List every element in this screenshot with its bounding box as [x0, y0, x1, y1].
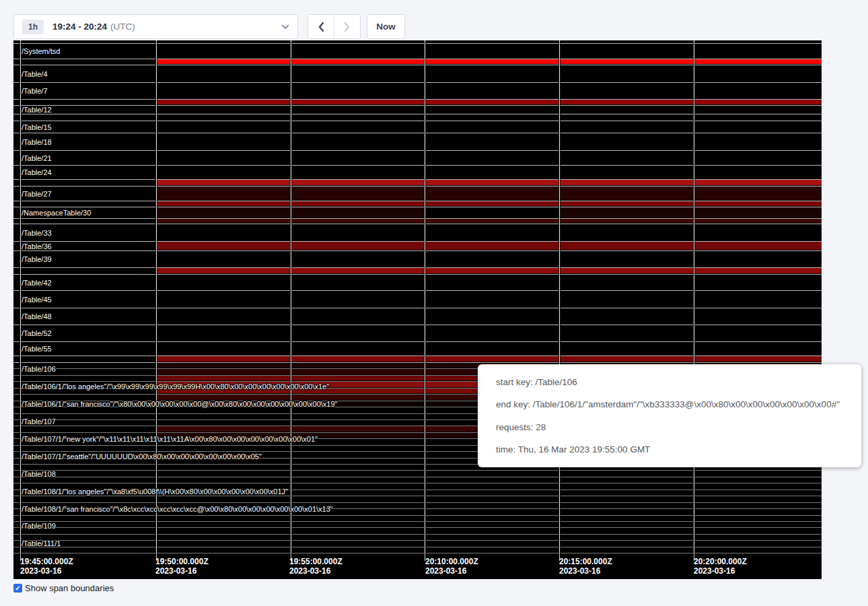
- heat-cell[interactable]: [559, 207, 694, 217]
- heat-cell[interactable]: [694, 187, 822, 200]
- heat-cell[interactable]: [425, 356, 559, 362]
- heat-cell[interactable]: [425, 180, 559, 185]
- key-span-row[interactable]: [13, 356, 822, 363]
- span-label: /Table/108/1/"san francisco"/"\x8c\xcc\x…: [22, 505, 333, 513]
- key-span-row[interactable]: [13, 516, 822, 522]
- time-range-selector[interactable]: 1h 19:24 - 20:24 (UTC): [13, 14, 298, 39]
- key-span-row[interactable]: [13, 114, 822, 121]
- heat-cell[interactable]: [425, 100, 559, 104]
- heat-cell[interactable]: [694, 356, 822, 362]
- heat-cell[interactable]: [291, 100, 425, 104]
- key-span-row[interactable]: /Table/7: [13, 83, 822, 100]
- heat-cell[interactable]: [156, 219, 291, 223]
- key-span-row[interactable]: [13, 522, 822, 528]
- heat-cell[interactable]: [559, 219, 694, 223]
- heat-cell[interactable]: [291, 242, 425, 250]
- axis-time: 19:45:00.000Z: [20, 557, 73, 566]
- key-span-row[interactable]: /Table/42: [13, 275, 822, 291]
- key-span-row[interactable]: /Table/24: [13, 166, 822, 180]
- heat-cell[interactable]: [559, 356, 694, 362]
- column-boundary-line: [290, 40, 292, 553]
- heat-cell[interactable]: [694, 242, 822, 250]
- key-span-row[interactable]: /System/tsd: [13, 44, 822, 59]
- heat-cell[interactable]: [694, 207, 822, 217]
- heat-cell[interactable]: [291, 219, 425, 223]
- key-span-row[interactable]: /Table/18: [13, 133, 822, 151]
- heat-cell[interactable]: [156, 356, 291, 362]
- axis-tick: [425, 553, 425, 561]
- heat-cell[interactable]: [694, 201, 822, 206]
- heat-cell[interactable]: [291, 59, 425, 64]
- heat-cell[interactable]: [156, 180, 291, 185]
- heat-cell[interactable]: [156, 100, 291, 104]
- show-span-boundaries-toggle[interactable]: ✓ Show span boundaries: [13, 583, 114, 593]
- heat-cell[interactable]: [156, 59, 291, 64]
- key-span-row[interactable]: [13, 541, 822, 547]
- key-span-row[interactable]: [13, 201, 822, 207]
- span-label: /Table/48: [22, 312, 52, 321]
- key-span-row[interactable]: /Table/15: [13, 121, 822, 133]
- heat-cell[interactable]: [291, 187, 425, 200]
- key-span-row[interactable]: /Table/48: [13, 308, 822, 325]
- heat-cell[interactable]: [694, 59, 822, 64]
- heat-cell[interactable]: [694, 100, 822, 104]
- heat-cell[interactable]: [425, 201, 559, 206]
- heat-cell[interactable]: [291, 180, 425, 185]
- heat-cell[interactable]: [694, 180, 822, 185]
- heat-cell[interactable]: [559, 242, 694, 250]
- key-span-row[interactable]: /Table/4: [13, 65, 822, 83]
- heat-cell[interactable]: [694, 219, 822, 223]
- key-span-row[interactable]: /Table/21: [13, 151, 822, 166]
- key-span-row[interactable]: /Table/36: [13, 242, 822, 251]
- key-span-row[interactable]: /Table/55: [13, 342, 822, 356]
- key-span-row[interactable]: [13, 535, 822, 541]
- key-span-row[interactable]: [13, 496, 822, 502]
- heat-cell[interactable]: [425, 187, 559, 200]
- heat-cell[interactable]: [559, 100, 694, 104]
- key-span-row[interactable]: /Table/27: [13, 187, 822, 201]
- key-span-row[interactable]: [13, 59, 822, 65]
- heat-cell[interactable]: [559, 187, 694, 200]
- key-span-row[interactable]: /Table/33: [13, 224, 822, 242]
- heat-cell[interactable]: [156, 268, 291, 273]
- key-span-row[interactable]: [13, 100, 822, 106]
- next-time-button[interactable]: [334, 15, 360, 38]
- key-visualizer-canvas[interactable]: /System/tsd/Table/4/Table/7/Table/12/Tab…: [13, 40, 822, 579]
- heat-cell[interactable]: [291, 201, 425, 206]
- heat-cell[interactable]: [559, 268, 694, 273]
- heat-cell[interactable]: [559, 59, 694, 64]
- heat-cell[interactable]: [425, 268, 559, 273]
- checkbox-checked-icon[interactable]: ✓: [13, 584, 22, 593]
- span-rows[interactable]: /System/tsd/Table/4/Table/7/Table/12/Tab…: [13, 40, 822, 363]
- key-span-row[interactable]: /Table/12: [13, 106, 822, 114]
- key-span-row[interactable]: [13, 477, 822, 483]
- heat-cell[interactable]: [156, 201, 291, 206]
- heat-cell[interactable]: [425, 242, 559, 250]
- key-span-row[interactable]: [13, 547, 822, 553]
- heat-cell[interactable]: [694, 268, 822, 273]
- heat-cell[interactable]: [425, 59, 559, 64]
- key-span-row[interactable]: [13, 180, 822, 187]
- key-visualizer-page: { "toolbar": { "range_badge": "1h", "ran…: [0, 0, 868, 606]
- key-span-row[interactable]: [13, 219, 822, 224]
- key-span-row[interactable]: [13, 268, 822, 275]
- key-span-row[interactable]: /NamespaceTable/30: [13, 207, 822, 219]
- heat-cell[interactable]: [291, 268, 425, 273]
- heat-cell[interactable]: [156, 242, 291, 250]
- heat-cell[interactable]: [559, 201, 694, 206]
- span-label: /NamespaceTable/30: [22, 209, 91, 217]
- prev-time-button[interactable]: [308, 15, 334, 38]
- key-span-row[interactable]: /Table/45: [13, 291, 822, 308]
- heat-cell[interactable]: [425, 219, 559, 223]
- heat-cell[interactable]: [291, 207, 425, 217]
- key-span-row[interactable]: /Table/52: [13, 325, 822, 342]
- key-span-row[interactable]: /Table/39: [13, 251, 822, 268]
- range-label: 19:24 - 20:24: [52, 22, 107, 32]
- heat-cell[interactable]: [291, 356, 425, 362]
- key-span-row[interactable]: [13, 528, 822, 534]
- heat-cell[interactable]: [156, 187, 291, 200]
- heat-cell[interactable]: [559, 180, 694, 185]
- now-button[interactable]: Now: [367, 14, 405, 39]
- key-span-row[interactable]: [13, 471, 822, 477]
- heat-cell[interactable]: [156, 207, 291, 217]
